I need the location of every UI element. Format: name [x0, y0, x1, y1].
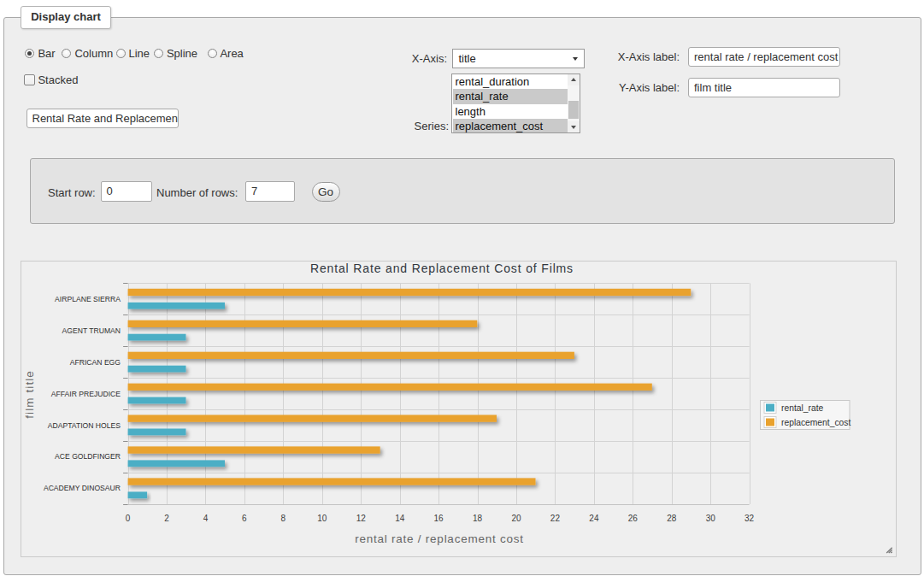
svg-text:ADAPTATION HOLES: ADAPTATION HOLES	[48, 421, 121, 430]
svg-text:rental_rate: rental_rate	[781, 403, 824, 413]
svg-text:14: 14	[395, 514, 405, 523]
svg-text:8: 8	[281, 514, 286, 523]
svg-text:30: 30	[706, 514, 716, 523]
svg-text:6: 6	[242, 514, 247, 523]
svg-text:26: 26	[628, 514, 639, 523]
svg-text:ACADEMY DINOSAUR: ACADEMY DINOSAUR	[44, 484, 121, 492]
svg-text:32: 32	[744, 514, 755, 523]
svg-text:22: 22	[550, 514, 561, 523]
svg-text:16: 16	[434, 514, 444, 523]
svg-text:replacement_cost: replacement_cost	[781, 418, 850, 427]
svg-text:24: 24	[589, 514, 599, 523]
svg-text:AFRICAN EGG: AFRICAN EGG	[70, 358, 121, 367]
svg-text:AGENT TRUMAN: AGENT TRUMAN	[62, 326, 121, 335]
svg-text:0: 0	[126, 514, 131, 523]
svg-text:18: 18	[473, 514, 483, 523]
svg-text:2: 2	[164, 514, 169, 523]
svg-text:20: 20	[511, 514, 521, 523]
svg-text:rental rate / replacement cost: rental rate / replacement cost	[355, 532, 523, 545]
svg-text:ACE GOLDFINGER: ACE GOLDFINGER	[55, 452, 121, 461]
svg-text:Rental Rate and Replacement Co: Rental Rate and Replacement Cost of Film…	[310, 262, 574, 275]
svg-text:10: 10	[317, 514, 327, 523]
svg-text:28: 28	[667, 514, 677, 523]
svg-text:4: 4	[203, 514, 209, 523]
svg-text:film title: film title	[23, 370, 36, 419]
svg-text:AIRPLANE SIERRA: AIRPLANE SIERRA	[55, 295, 121, 303]
svg-text:12: 12	[356, 514, 367, 523]
svg-text:AFFAIR PREJUDICE: AFFAIR PREJUDICE	[51, 390, 121, 398]
